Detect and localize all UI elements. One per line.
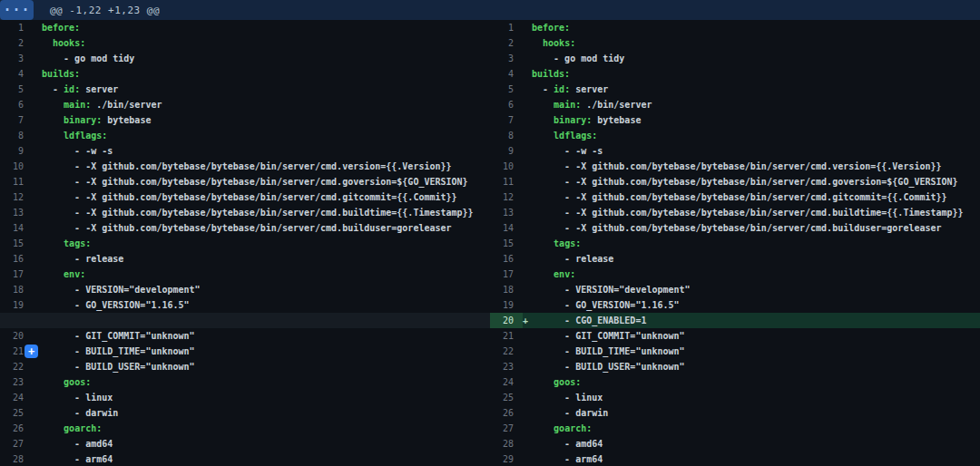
diff-marker: [523, 374, 532, 390]
line-number[interactable]: 1: [490, 20, 523, 35]
line-number[interactable]: 4: [490, 66, 523, 82]
line-number[interactable]: 5: [0, 82, 33, 97]
line-number[interactable]: 1: [0, 20, 33, 35]
code-line: - go mod tidy: [42, 51, 490, 66]
diff-marker: [523, 220, 532, 236]
diff-marker: [33, 159, 42, 174]
line-number[interactable]: 21: [490, 328, 523, 344]
line-number[interactable]: 13: [490, 205, 523, 220]
line-number[interactable]: 18: [0, 282, 33, 297]
line-number[interactable]: 28: [0, 451, 33, 466]
line-number[interactable]: 9: [0, 143, 33, 159]
diff-row: 11 - -X github.com/bytebase/bytebase/bin…: [0, 174, 490, 189]
diff-marker: [523, 159, 532, 174]
line-number[interactable]: 6: [490, 97, 523, 112]
line-number[interactable]: 5: [490, 82, 523, 97]
line-number[interactable]: 6: [0, 97, 33, 112]
diff-row: 27 goarch:: [490, 421, 980, 436]
diff-marker: [33, 374, 42, 390]
diff-marker: [33, 451, 42, 466]
line-number[interactable]: 7: [0, 112, 33, 128]
code-line: - GIT_COMMIT="unknown": [42, 328, 490, 344]
line-number[interactable]: 19: [490, 297, 523, 313]
diff-marker: [33, 328, 42, 344]
line-number[interactable]: 3: [490, 51, 523, 66]
diff-row: 7 binary: bytebase: [0, 112, 490, 128]
diff-marker: [33, 128, 42, 143]
add-comment-button[interactable]: +: [24, 345, 38, 358]
diff-row: 12 - -X github.com/bytebase/bytebase/bin…: [0, 189, 490, 205]
line-number[interactable]: 3: [0, 51, 33, 66]
line-number[interactable]: 10: [490, 159, 523, 174]
expand-diff-button[interactable]: ···: [0, 0, 34, 20]
diff-row: 20 - GIT_COMMIT="unknown": [0, 328, 490, 344]
diff-marker: [33, 359, 42, 374]
line-number[interactable]: 27: [0, 436, 33, 451]
code-line: - linux: [42, 390, 490, 405]
line-number[interactable]: 15: [490, 236, 523, 251]
line-number[interactable]: 10: [0, 159, 33, 174]
line-number[interactable]: 20: [0, 328, 33, 344]
line-number[interactable]: 2: [490, 35, 523, 51]
line-number[interactable]: 23: [490, 359, 523, 374]
diff-row: 26 goarch:: [0, 421, 490, 436]
diff-row: 10 - -X github.com/bytebase/bytebase/bin…: [490, 159, 980, 174]
diff-marker: [33, 267, 42, 282]
code-line: env:: [532, 267, 980, 282]
line-number[interactable]: 25: [0, 405, 33, 421]
line-number[interactable]: 27: [490, 421, 523, 436]
diff-marker: [33, 421, 42, 436]
code-line: hooks:: [532, 35, 980, 51]
line-number[interactable]: 16: [490, 251, 523, 267]
line-number[interactable]: 12: [0, 189, 33, 205]
diff-marker: [33, 436, 42, 451]
line-number[interactable]: 22: [0, 359, 33, 374]
line-number[interactable]: 17: [490, 267, 523, 282]
diff-marker: [33, 282, 42, 297]
diff-marker: [33, 220, 42, 236]
diff-row: 4builds:: [490, 66, 980, 82]
line-number[interactable]: 14: [0, 220, 33, 236]
line-number[interactable]: 11: [490, 174, 523, 189]
code-line: - id: server: [532, 82, 980, 97]
code-line: - release: [532, 251, 980, 267]
diff-row: 8 ldflags:: [490, 128, 980, 143]
diff-marker: [523, 282, 532, 297]
line-number[interactable]: 26: [0, 421, 33, 436]
line-number[interactable]: 14: [490, 220, 523, 236]
code-line: goarch:: [532, 421, 980, 436]
hunk-range-label: @@ -1,22 +1,23 @@: [50, 5, 160, 16]
line-number[interactable]: 28: [490, 436, 523, 451]
line-number[interactable]: 8: [0, 128, 33, 143]
line-number[interactable]: 17: [0, 267, 33, 282]
line-number[interactable]: 13: [0, 205, 33, 220]
line-number[interactable]: 26: [490, 405, 523, 421]
line-number[interactable]: 19: [0, 297, 33, 313]
line-number[interactable]: 4: [0, 66, 33, 82]
line-number[interactable]: 24: [490, 374, 523, 390]
line-number[interactable]: 23: [0, 374, 33, 390]
line-number[interactable]: 24: [0, 390, 33, 405]
code-line: binary: bytebase: [42, 112, 490, 128]
line-number[interactable]: 7: [490, 112, 523, 128]
line-number[interactable]: 29: [490, 451, 523, 466]
line-number[interactable]: 12: [490, 189, 523, 205]
line-number[interactable]: 8: [490, 128, 523, 143]
line-number[interactable]: 9: [490, 143, 523, 159]
diff-row: 6 main: ./bin/server: [0, 97, 490, 112]
line-number[interactable]: 11: [0, 174, 33, 189]
diff-row: 10 - -X github.com/bytebase/bytebase/bin…: [0, 159, 490, 174]
diff-row: 22 - BUILD_TIME="unknown": [490, 344, 980, 359]
line-number[interactable]: 15: [0, 236, 33, 251]
diff-row: 15 tags:: [0, 236, 490, 251]
line-number[interactable]: 22: [490, 344, 523, 359]
code-line: - BUILD_TIME="unknown": [42, 344, 490, 359]
line-number[interactable]: 16: [0, 251, 33, 267]
code-line: binary: bytebase: [532, 112, 980, 128]
line-number[interactable]: 20: [490, 313, 523, 328]
code-line: builds:: [532, 66, 980, 82]
line-number[interactable]: 25: [490, 390, 523, 405]
diff-marker: [33, 35, 42, 51]
line-number[interactable]: 2: [0, 35, 33, 51]
line-number[interactable]: 18: [490, 282, 523, 297]
